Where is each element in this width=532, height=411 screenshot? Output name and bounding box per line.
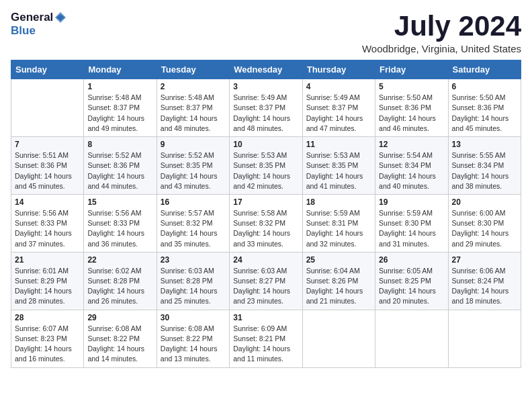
day-number: 2: [161, 82, 226, 91]
calendar-week-row: 28Sunrise: 6:07 AM Sunset: 8:23 PM Dayli…: [11, 310, 521, 367]
day-info: Sunrise: 5:50 AM Sunset: 8:36 PM Dayligh…: [379, 93, 444, 134]
day-number: 23: [161, 255, 226, 265]
day-number: 20: [452, 197, 517, 207]
calendar-cell: 28Sunrise: 6:07 AM Sunset: 8:23 PM Dayli…: [11, 310, 84, 367]
day-number: 27: [452, 255, 517, 265]
day-number: 7: [15, 140, 80, 149]
calendar-day-header: Monday: [84, 60, 157, 79]
calendar-cell: 15Sunrise: 5:56 AM Sunset: 8:33 PM Dayli…: [84, 194, 157, 252]
day-number: 4: [306, 82, 371, 91]
calendar-week-row: 21Sunrise: 6:01 AM Sunset: 8:29 PM Dayli…: [11, 252, 521, 310]
day-info: Sunrise: 5:52 AM Sunset: 8:35 PM Dayligh…: [161, 150, 226, 191]
day-number: 24: [233, 255, 298, 265]
calendar-day-header: Wednesday: [230, 60, 302, 79]
day-number: 13: [452, 140, 517, 149]
day-number: 8: [87, 140, 152, 149]
day-info: Sunrise: 5:51 AM Sunset: 8:36 PM Dayligh…: [15, 150, 80, 191]
calendar-day-header: Saturday: [448, 60, 521, 79]
day-number: 3: [233, 82, 298, 91]
day-info: Sunrise: 6:01 AM Sunset: 8:29 PM Dayligh…: [15, 266, 80, 307]
day-info: Sunrise: 6:06 AM Sunset: 8:24 PM Dayligh…: [452, 266, 517, 307]
day-number: 31: [233, 313, 298, 322]
calendar-cell: 16Sunrise: 5:57 AM Sunset: 8:32 PM Dayli…: [157, 194, 229, 252]
calendar-day-header: Sunday: [11, 60, 84, 79]
day-number: 6: [452, 82, 517, 91]
day-info: Sunrise: 5:48 AM Sunset: 8:37 PM Dayligh…: [161, 93, 226, 134]
day-number: 30: [161, 313, 226, 322]
calendar-cell: 23Sunrise: 6:03 AM Sunset: 8:28 PM Dayli…: [157, 252, 229, 310]
page-header: General Blue July 2024 Woodbridge, Virgi…: [11, 11, 521, 54]
day-number: 10: [233, 140, 298, 149]
day-info: Sunrise: 6:09 AM Sunset: 8:21 PM Dayligh…: [233, 324, 298, 365]
calendar-cell: 14Sunrise: 5:56 AM Sunset: 8:33 PM Dayli…: [11, 194, 84, 252]
day-number: 19: [379, 197, 444, 207]
day-info: Sunrise: 6:03 AM Sunset: 8:28 PM Dayligh…: [161, 266, 226, 307]
day-number: 5: [379, 82, 444, 91]
day-info: Sunrise: 5:49 AM Sunset: 8:37 PM Dayligh…: [306, 93, 371, 134]
calendar-header-row: SundayMondayTuesdayWednesdayThursdayFrid…: [11, 60, 521, 79]
month-title: July 2024: [362, 11, 521, 42]
day-info: Sunrise: 6:07 AM Sunset: 8:23 PM Dayligh…: [15, 324, 80, 365]
calendar-cell: 19Sunrise: 5:59 AM Sunset: 8:30 PM Dayli…: [375, 194, 448, 252]
calendar-cell: 5Sunrise: 5:50 AM Sunset: 8:36 PM Daylig…: [375, 79, 448, 137]
day-info: Sunrise: 5:48 AM Sunset: 8:37 PM Dayligh…: [87, 93, 152, 134]
day-info: Sunrise: 6:00 AM Sunset: 8:30 PM Dayligh…: [452, 208, 517, 249]
calendar-week-row: 7Sunrise: 5:51 AM Sunset: 8:36 PM Daylig…: [11, 137, 521, 195]
calendar-cell: 17Sunrise: 5:58 AM Sunset: 8:32 PM Dayli…: [230, 194, 302, 252]
calendar-table: SundayMondayTuesdayWednesdayThursdayFrid…: [11, 60, 521, 367]
logo-blue: Blue: [11, 24, 36, 38]
day-info: Sunrise: 5:55 AM Sunset: 8:34 PM Dayligh…: [452, 150, 517, 191]
logo-general: General: [11, 11, 53, 24]
day-info: Sunrise: 5:53 AM Sunset: 8:35 PM Dayligh…: [233, 150, 298, 191]
calendar-cell: [448, 310, 521, 367]
day-number: 22: [87, 255, 152, 265]
calendar-day-header: Friday: [375, 60, 448, 79]
calendar-cell: 18Sunrise: 5:59 AM Sunset: 8:31 PM Dayli…: [302, 194, 375, 252]
day-info: Sunrise: 5:59 AM Sunset: 8:31 PM Dayligh…: [306, 208, 371, 249]
calendar-cell: 10Sunrise: 5:53 AM Sunset: 8:35 PM Dayli…: [230, 137, 302, 195]
day-number: 15: [87, 197, 152, 207]
day-info: Sunrise: 6:02 AM Sunset: 8:28 PM Dayligh…: [87, 266, 152, 307]
calendar-cell: [11, 79, 84, 137]
day-info: Sunrise: 5:56 AM Sunset: 8:33 PM Dayligh…: [15, 208, 80, 249]
day-info: Sunrise: 5:54 AM Sunset: 8:34 PM Dayligh…: [379, 150, 444, 191]
calendar-cell: 11Sunrise: 5:53 AM Sunset: 8:35 PM Dayli…: [302, 137, 375, 195]
day-info: Sunrise: 5:52 AM Sunset: 8:36 PM Dayligh…: [87, 150, 152, 191]
location: Woodbridge, Virginia, United States: [362, 43, 521, 54]
day-info: Sunrise: 6:04 AM Sunset: 8:26 PM Dayligh…: [306, 266, 371, 307]
calendar-cell: 26Sunrise: 6:05 AM Sunset: 8:25 PM Dayli…: [375, 252, 448, 310]
calendar-cell: 31Sunrise: 6:09 AM Sunset: 8:21 PM Dayli…: [230, 310, 302, 367]
day-info: Sunrise: 5:58 AM Sunset: 8:32 PM Dayligh…: [233, 208, 298, 249]
day-info: Sunrise: 5:49 AM Sunset: 8:37 PM Dayligh…: [233, 93, 298, 134]
day-number: 12: [379, 140, 444, 149]
day-info: Sunrise: 6:03 AM Sunset: 8:27 PM Dayligh…: [233, 266, 298, 307]
day-info: Sunrise: 6:08 AM Sunset: 8:22 PM Dayligh…: [87, 324, 152, 365]
day-info: Sunrise: 6:05 AM Sunset: 8:25 PM Dayligh…: [379, 266, 444, 307]
calendar-cell: [375, 310, 448, 367]
day-number: 16: [161, 197, 226, 207]
logo-icon: [54, 11, 67, 24]
calendar-cell: 20Sunrise: 6:00 AM Sunset: 8:30 PM Dayli…: [448, 194, 521, 252]
calendar-cell: 12Sunrise: 5:54 AM Sunset: 8:34 PM Dayli…: [375, 137, 448, 195]
day-number: 17: [233, 197, 298, 207]
day-number: 1: [87, 82, 152, 91]
title-block: July 2024 Woodbridge, Virginia, United S…: [362, 11, 521, 54]
calendar-cell: 9Sunrise: 5:52 AM Sunset: 8:35 PM Daylig…: [157, 137, 229, 195]
day-number: 29: [87, 313, 152, 322]
calendar-cell: 22Sunrise: 6:02 AM Sunset: 8:28 PM Dayli…: [84, 252, 157, 310]
day-info: Sunrise: 5:57 AM Sunset: 8:32 PM Dayligh…: [161, 208, 226, 249]
calendar-cell: 24Sunrise: 6:03 AM Sunset: 8:27 PM Dayli…: [230, 252, 302, 310]
calendar-week-row: 14Sunrise: 5:56 AM Sunset: 8:33 PM Dayli…: [11, 194, 521, 252]
day-info: Sunrise: 6:08 AM Sunset: 8:22 PM Dayligh…: [161, 324, 226, 365]
day-number: 26: [379, 255, 444, 265]
calendar-cell: 4Sunrise: 5:49 AM Sunset: 8:37 PM Daylig…: [302, 79, 375, 137]
calendar-cell: 8Sunrise: 5:52 AM Sunset: 8:36 PM Daylig…: [84, 137, 157, 195]
calendar-day-header: Thursday: [302, 60, 375, 79]
calendar-cell: 7Sunrise: 5:51 AM Sunset: 8:36 PM Daylig…: [11, 137, 84, 195]
calendar-week-row: 1Sunrise: 5:48 AM Sunset: 8:37 PM Daylig…: [11, 79, 521, 137]
day-number: 11: [306, 140, 371, 149]
logo: General Blue: [11, 11, 68, 38]
day-number: 9: [161, 140, 226, 149]
calendar-cell: 30Sunrise: 6:08 AM Sunset: 8:22 PM Dayli…: [157, 310, 229, 367]
calendar-cell: 21Sunrise: 6:01 AM Sunset: 8:29 PM Dayli…: [11, 252, 84, 310]
